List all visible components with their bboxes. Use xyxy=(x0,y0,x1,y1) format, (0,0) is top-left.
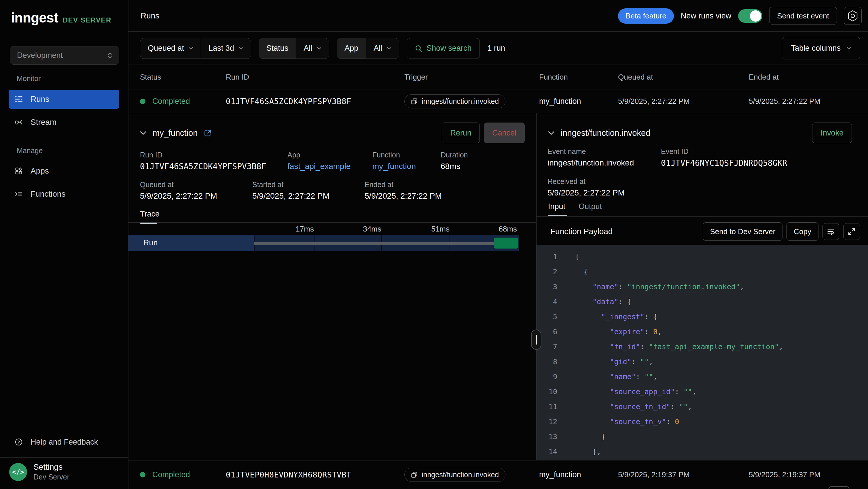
new-runs-view-toggle[interactable] xyxy=(738,9,762,23)
invoke-button[interactable]: Invoke xyxy=(812,122,852,143)
settings-entry[interactable]: </> Settings Dev Server xyxy=(9,462,69,481)
function-cell: my_function xyxy=(539,470,618,479)
queued-at-cell: 5/9/2025, 2:19:37 PM xyxy=(618,470,749,479)
workspace-select-value: Development xyxy=(17,51,63,60)
col-header-ended-at: Ended at xyxy=(749,73,868,82)
field-duration: Duration 68ms xyxy=(441,151,468,171)
trigger-pill[interactable]: inngest/function.invoked xyxy=(404,94,505,108)
col-header-function: Function xyxy=(539,73,618,82)
runs-icon xyxy=(15,96,23,103)
chevron-down-icon xyxy=(846,47,851,50)
table-row[interactable]: Completed 01JTVEP0H8EVDNYXH68QRSTVBT inn… xyxy=(128,460,868,489)
io-tabs-divider xyxy=(536,216,868,217)
status-dot-completed xyxy=(140,472,146,478)
tab-output[interactable]: Output xyxy=(579,202,602,211)
partial-button[interactable] xyxy=(828,486,849,489)
sidebar-item-stream[interactable]: Stream xyxy=(9,113,119,132)
sidebar-item-apps[interactable]: Apps xyxy=(9,162,119,180)
runs-table-header: Status Run ID Trigger Function Queued at… xyxy=(128,65,868,89)
field-started-at: Started at 5/9/2025, 2:27:22 PM xyxy=(252,180,330,201)
settings-gear-button[interactable] xyxy=(844,7,862,25)
panel-resize-handle[interactable] xyxy=(531,329,541,350)
time-range-dropdown[interactable]: Last 3d xyxy=(201,38,251,59)
sidebar-item-runs[interactable]: Runs xyxy=(9,90,119,109)
run-count: 1 run xyxy=(487,44,505,53)
field-ended-at: Ended at 5/9/2025, 2:27:22 PM xyxy=(365,180,442,201)
settings-subtitle: Dev Server xyxy=(33,473,69,481)
event-panel: inngest/function.invoked Invoke Event na… xyxy=(536,113,868,460)
app-link[interactable]: fast_api_example xyxy=(287,162,350,171)
event-icon xyxy=(411,471,417,478)
payload-title: Function Payload xyxy=(550,227,613,236)
trigger-label: inngest/function.invoked xyxy=(422,470,499,479)
chevron-down-icon xyxy=(239,47,243,50)
send-to-dev-server-button[interactable]: Send to Dev Server xyxy=(703,222,782,241)
external-link-icon[interactable] xyxy=(204,129,212,137)
table-columns-label: Table columns xyxy=(791,44,841,53)
table-columns-button[interactable]: Table columns xyxy=(782,37,860,59)
collapse-chevron-icon[interactable] xyxy=(548,131,554,135)
expand-button[interactable] xyxy=(843,223,860,240)
sidebar-item-label: Functions xyxy=(31,190,65,199)
status-cell: Completed xyxy=(140,97,226,106)
workspace-select[interactable]: Development xyxy=(10,46,119,65)
field-queued-at: Queued at 5/9/2025, 2:27:22 PM xyxy=(140,180,217,201)
dev-server-avatar: </> xyxy=(9,463,27,481)
help-and-feedback[interactable]: ? Help and Feedback xyxy=(9,433,119,451)
trigger-pill[interactable]: inngest/function.invoked xyxy=(404,468,505,482)
status-filter-label: Status xyxy=(259,38,296,59)
word-wrap-icon xyxy=(827,228,835,235)
run-panel: my_function Rerun Cancel Run ID 01JTVF46… xyxy=(128,113,536,460)
status-filter-dropdown[interactable]: All xyxy=(296,38,329,59)
app-filter-value: All xyxy=(374,44,382,53)
stream-icon xyxy=(15,119,23,125)
tab-trace[interactable]: Trace xyxy=(140,210,159,224)
trace-run-row[interactable]: Run xyxy=(128,235,519,251)
help-icon: ? xyxy=(15,438,23,446)
queued-at-cell: 5/9/2025, 2:27:22 PM xyxy=(618,97,749,106)
payload-code[interactable]: 1[2 {3 "name": "inngest/function.invoked… xyxy=(536,245,868,460)
cancel-button[interactable]: Cancel xyxy=(484,122,525,143)
run-id-cell: 01JTVEP0H8EVDNYXH68QRSTVBT xyxy=(226,470,404,479)
function-link[interactable]: my_function xyxy=(372,162,416,171)
show-search-button[interactable]: Show search xyxy=(407,38,480,59)
event-icon xyxy=(411,98,417,105)
main-area: Runs Beta feature New runs view Send tes… xyxy=(128,0,868,489)
time-field-value: Queued at xyxy=(148,44,184,53)
svg-text:?: ? xyxy=(18,440,20,444)
sidebar-divider xyxy=(0,457,128,458)
word-wrap-button[interactable] xyxy=(823,223,839,240)
app-filter-dropdown[interactable]: All xyxy=(366,38,399,59)
status-label: Completed xyxy=(152,97,190,106)
section-label-monitor: Monitor xyxy=(17,75,41,83)
chevron-down-icon xyxy=(317,47,321,50)
chevron-down-icon xyxy=(189,47,193,50)
time-field-dropdown[interactable]: Queued at xyxy=(140,38,201,59)
sidebar-item-functions[interactable]: Functions xyxy=(9,184,119,204)
tab-input[interactable]: Input xyxy=(548,202,567,216)
trace-tick: 68ms xyxy=(479,225,517,234)
app-filter-label: App xyxy=(337,38,366,59)
copy-button[interactable]: Copy xyxy=(786,222,818,241)
field-event-id: Event ID 01JTVF46NYC1QSFJDNRDQ58GKR xyxy=(661,147,787,168)
settings-title: Settings xyxy=(33,462,69,472)
field-event-name: Event name inngest/function.invoked xyxy=(548,147,634,168)
col-header-status: Status xyxy=(140,73,226,82)
send-test-event-button[interactable]: Send test event xyxy=(769,7,837,25)
payload-header: Function Payload Send to Dev Server Copy xyxy=(550,221,860,242)
col-header-queued-at: Queued at xyxy=(618,73,749,82)
apps-icon xyxy=(15,168,23,174)
status-filter-value: All xyxy=(304,44,312,53)
table-row[interactable]: Completed 01JTVF46SA5ZCDK4YPFSPV3B8F inn… xyxy=(128,89,868,113)
functions-icon xyxy=(15,191,23,197)
chevron-down-icon xyxy=(387,47,392,50)
sidebar-item-label: Stream xyxy=(31,118,57,127)
run-detail-title: my_function xyxy=(153,128,197,138)
select-updown-icon xyxy=(108,52,112,59)
rerun-button[interactable]: Rerun xyxy=(442,122,480,143)
logo-wordmark: inngest xyxy=(11,10,58,26)
ended-at-cell: 5/9/2025, 2:27:22 PM xyxy=(749,97,868,106)
collapse-chevron-icon[interactable] xyxy=(140,131,146,135)
logo: inngest DEV SERVER xyxy=(11,10,112,26)
trace-execution-block[interactable] xyxy=(494,237,518,249)
